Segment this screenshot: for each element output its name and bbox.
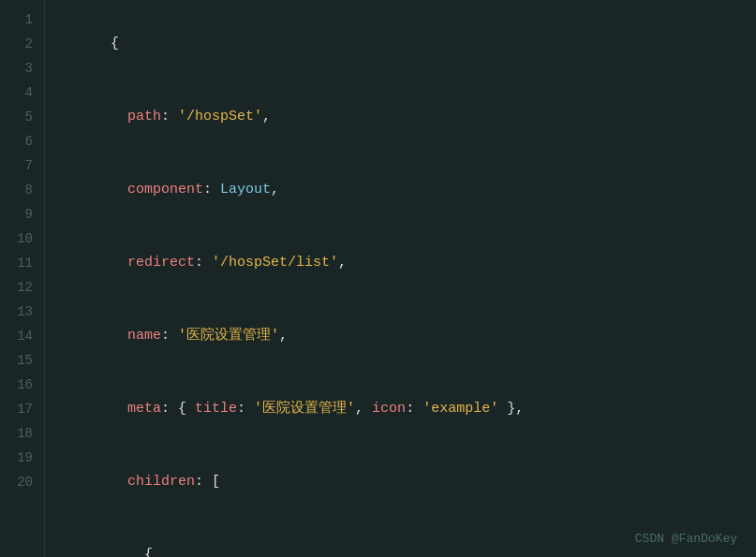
code-line-4: redirect: '/hospSet/list', <box>60 227 756 300</box>
line-num-11: 11 <box>7 251 33 275</box>
line-num-9: 9 <box>7 202 33 227</box>
line-num-7: 7 <box>7 154 33 178</box>
line-num-3: 3 <box>7 56 33 81</box>
line-num-6: 6 <box>7 129 33 154</box>
line-num-4: 4 <box>7 81 33 105</box>
line-num-18: 18 <box>7 421 33 446</box>
code-line-7: children: [ <box>60 446 756 519</box>
code-line-5: name: '医院设置管理', <box>60 300 756 373</box>
line-num-1: 1 <box>7 7 33 32</box>
code-line-1: { <box>60 7 756 81</box>
code-editor: 1 2 3 4 5 6 7 8 9 10 11 12 13 14 15 16 1… <box>0 0 756 557</box>
line-num-14: 14 <box>7 324 33 348</box>
line-num-2: 2 <box>7 32 33 56</box>
code-line-6: meta: { title: '医院设置管理', icon: 'example'… <box>60 373 756 446</box>
line-num-15: 15 <box>7 348 33 373</box>
code-line-3: component: Layout, <box>60 154 756 227</box>
line-num-17: 17 <box>7 397 33 421</box>
line-num-12: 12 <box>7 275 33 300</box>
code-line-2: path: '/hospSet', <box>60 81 756 154</box>
line-num-10: 10 <box>7 227 33 251</box>
line-num-16: 16 <box>7 373 33 397</box>
line-num-20: 20 <box>7 470 33 494</box>
line-num-19: 19 <box>7 446 33 470</box>
watermark-text: CSDN @FanDoKey <box>635 532 737 546</box>
line-num-5: 5 <box>7 105 33 129</box>
code-content[interactable]: { path: '/hospSet', component: Layout, r… <box>45 0 756 557</box>
line-num-13: 13 <box>7 300 33 324</box>
line-num-8: 8 <box>7 178 33 202</box>
line-number-gutter: 1 2 3 4 5 6 7 8 9 10 11 12 13 14 15 16 1… <box>0 0 45 557</box>
